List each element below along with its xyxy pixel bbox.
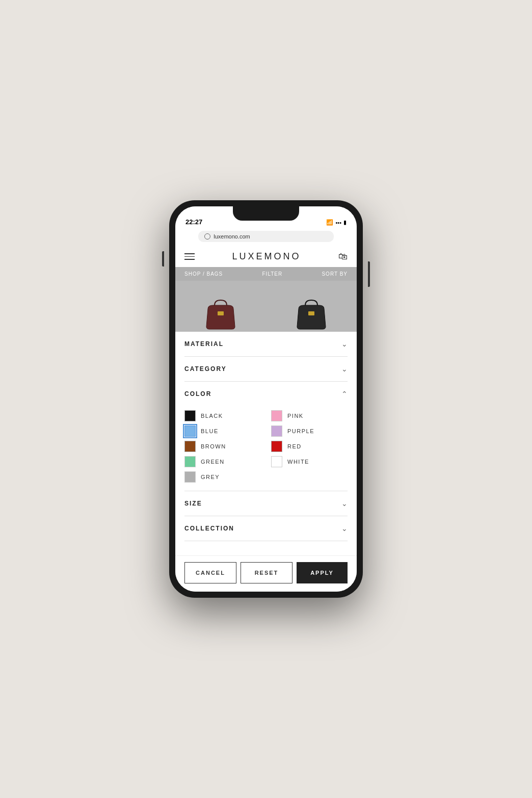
url-text: luxemono.com xyxy=(214,233,250,240)
url-bar[interactable]: luxemono.com xyxy=(198,231,334,242)
color-name-black: BLACK xyxy=(201,413,223,419)
color-swatch-brown xyxy=(184,441,196,452)
battery-icon: ▮ xyxy=(343,219,347,226)
signal-icon: ••• xyxy=(335,220,341,226)
material-chevron: ⌄ xyxy=(341,340,348,348)
filter-section-size: SIZE ⌄ xyxy=(184,491,348,516)
color-item-green[interactable]: GREEN xyxy=(184,456,261,467)
color-item-brown[interactable]: BROWN xyxy=(184,441,261,452)
color-swatch-blue xyxy=(184,425,196,437)
color-chevron: ⌃ xyxy=(341,390,348,398)
material-label: MATERIAL xyxy=(184,340,224,348)
menu-button[interactable] xyxy=(184,253,195,260)
cart-icon[interactable]: 🛍 xyxy=(338,251,348,262)
phone-notch xyxy=(233,206,299,221)
sort-by-label[interactable]: SORT BY xyxy=(322,271,348,277)
color-item-white[interactable]: WHITE xyxy=(271,456,348,467)
cancel-button[interactable]: CANCEL xyxy=(184,562,236,583)
svg-rect-0 xyxy=(218,311,224,315)
svg-rect-1 xyxy=(308,311,314,315)
status-time: 22:27 xyxy=(185,218,202,226)
color-swatch-green xyxy=(184,456,196,467)
color-item-blue[interactable]: BLUE xyxy=(184,425,261,437)
color-header[interactable]: COLOR ⌃ xyxy=(184,382,348,406)
brand-name: LUXEMONO xyxy=(232,251,301,262)
product-preview xyxy=(175,281,357,332)
filter-section-collection: COLLECTION ⌄ xyxy=(184,516,348,541)
filter-label[interactable]: FILTER xyxy=(262,271,283,277)
color-name-white: WHITE xyxy=(287,459,309,465)
collection-chevron: ⌄ xyxy=(341,524,348,533)
color-name-purple: PURPLE xyxy=(287,428,314,434)
product-bag-right xyxy=(291,296,332,332)
color-grid: BLACK PINK BLUE xyxy=(184,406,348,491)
collection-header[interactable]: COLLECTION ⌄ xyxy=(184,516,348,541)
color-name-green: GREEN xyxy=(201,459,225,465)
status-icons: 📶 ••• ▮ xyxy=(326,219,347,226)
color-item-red[interactable]: RED xyxy=(271,441,348,452)
page-content: LUXEMONO 🛍 SHOP / BAGS FILTER SORT BY xyxy=(175,246,357,555)
filter-section-material: MATERIAL ⌄ xyxy=(184,332,348,357)
wifi-icon: 📶 xyxy=(326,219,333,226)
bottom-actions: CANCEL RESET APPLY xyxy=(175,555,357,592)
color-label: COLOR xyxy=(184,390,211,397)
color-swatch-grey xyxy=(184,471,196,483)
breadcrumb: SHOP / BAGS xyxy=(184,271,223,277)
color-item-purple[interactable]: PURPLE xyxy=(271,425,348,437)
size-label: SIZE xyxy=(184,500,202,507)
material-header[interactable]: MATERIAL ⌄ xyxy=(184,332,348,356)
color-swatch-purple xyxy=(271,425,282,437)
app-header: LUXEMONO 🛍 xyxy=(175,246,357,267)
color-item-grey[interactable]: GREY xyxy=(184,471,261,483)
color-item-pink[interactable]: PINK xyxy=(271,410,348,421)
category-header[interactable]: CATEGORY ⌄ xyxy=(184,357,348,381)
phone-screen: 22:27 📶 ••• ▮ luxemono.com LU xyxy=(175,206,357,592)
nav-bar: SHOP / BAGS FILTER SORT BY xyxy=(175,267,357,281)
size-header[interactable]: SIZE ⌄ xyxy=(184,491,348,516)
browser-bar: luxemono.com xyxy=(175,229,357,246)
color-swatch-black xyxy=(184,410,196,421)
color-item-black[interactable]: BLACK xyxy=(184,410,261,421)
color-name-brown: BROWN xyxy=(201,443,226,449)
filter-section-color: COLOR ⌃ BLACK PINK xyxy=(184,382,348,491)
filter-panel: MATERIAL ⌄ CATEGORY ⌄ COLOR ⌃ xyxy=(175,332,357,555)
color-swatch-white xyxy=(271,456,282,467)
color-name-blue: BLUE xyxy=(201,428,219,434)
reset-button[interactable]: RESET xyxy=(241,562,292,583)
category-chevron: ⌄ xyxy=(341,365,348,373)
category-label: CATEGORY xyxy=(184,365,227,373)
globe-icon xyxy=(204,233,210,240)
color-name-grey: GREY xyxy=(201,474,220,480)
size-chevron: ⌄ xyxy=(341,499,348,508)
color-name-red: RED xyxy=(287,443,302,449)
color-name-pink: PINK xyxy=(287,413,304,419)
product-bag-left xyxy=(200,296,241,332)
apply-button[interactable]: APPLY xyxy=(297,562,348,583)
collection-label: COLLECTION xyxy=(184,525,234,532)
filter-section-category: CATEGORY ⌄ xyxy=(184,357,348,382)
phone-frame: 22:27 📶 ••• ▮ luxemono.com LU xyxy=(169,200,363,598)
color-swatch-red xyxy=(271,441,282,452)
color-swatch-pink xyxy=(271,410,282,421)
